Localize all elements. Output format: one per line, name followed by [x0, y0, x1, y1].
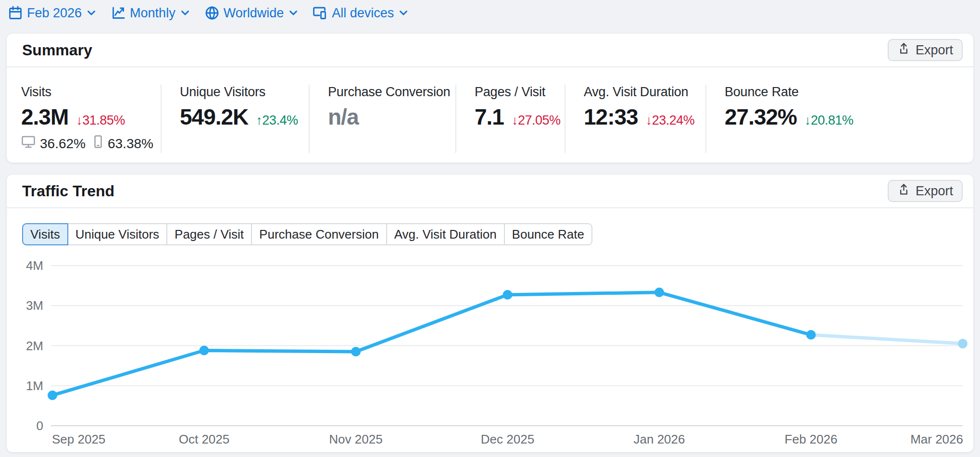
- tab-unique-visitors[interactable]: Unique Visitors: [68, 223, 167, 245]
- metric-delta: ↓20.81%: [804, 113, 854, 128]
- metric-tabs: VisitsUnique VisitorsPages / VisitPurcha…: [22, 223, 592, 245]
- metric-value: 2.3M: [21, 104, 68, 130]
- export-icon: [897, 183, 910, 199]
- x-tick-label: Nov 2025: [329, 432, 382, 446]
- tab-avg-visit-duration[interactable]: Avg. Visit Duration: [387, 223, 505, 245]
- tab-visits[interactable]: Visits: [22, 223, 68, 245]
- traffic-trend-card: Traffic Trend Export VisitsUnique Visito…: [7, 175, 973, 452]
- export-label: Export: [916, 184, 953, 199]
- data-point: [958, 339, 967, 348]
- x-tick-label: Jan 2026: [634, 432, 685, 446]
- data-point: [654, 288, 664, 297]
- y-tick-label: 0: [37, 419, 43, 433]
- chevron-down-icon: [180, 9, 190, 17]
- trend-export-button[interactable]: Export: [888, 180, 963, 202]
- metric-bounce-rate: Bounce Rate27.32%↓20.81%: [705, 85, 973, 153]
- chevron-down-icon: [87, 9, 96, 17]
- filter-bar: Feb 2026MonthlyWorldwideAll devices: [0, 0, 980, 26]
- tab-purchase-conversion[interactable]: Purchase Conversion: [252, 223, 387, 245]
- metric-value: 7.1: [475, 104, 504, 130]
- mobile-icon: [93, 135, 103, 152]
- device-split: 36.62%63.38%: [21, 135, 161, 152]
- filter-worldwide[interactable]: Worldwide: [204, 5, 299, 21]
- metric-delta: ↓27.05%: [512, 113, 561, 128]
- desktop-share: 36.62%: [40, 136, 86, 152]
- chevron-down-icon: [289, 9, 298, 17]
- metric-label: Avg. Visit Duration: [584, 85, 705, 100]
- metric-label: Unique Visitors: [180, 85, 309, 100]
- y-tick-label: 1M: [26, 379, 43, 393]
- filter-label: Worldwide: [224, 6, 284, 21]
- globe-icon: [204, 5, 220, 21]
- metric-value: 549.2K: [180, 104, 248, 130]
- metric-label: Purchase Conversion: [328, 85, 455, 100]
- series-line-estimated: [811, 335, 963, 343]
- export-label: Export: [916, 43, 953, 58]
- calendar-icon: [8, 5, 23, 21]
- y-tick-label: 3M: [26, 298, 43, 313]
- series-line: [52, 292, 811, 395]
- metric-label: Visits: [21, 85, 161, 100]
- summary-title: Summary: [22, 41, 92, 59]
- x-tick-label: Oct 2025: [179, 432, 230, 446]
- x-tick-label: Dec 2025: [481, 432, 534, 446]
- mobile-share: 63.38%: [108, 136, 153, 152]
- metric-label: Pages / Visit: [475, 85, 565, 100]
- x-tick-label: Sep 2025: [52, 432, 105, 446]
- filter-label: Monthly: [130, 6, 176, 21]
- line-chart-icon: [111, 5, 126, 21]
- tab-bounce-rate[interactable]: Bounce Rate: [505, 223, 592, 245]
- y-tick-label: 2M: [26, 339, 43, 353]
- export-icon: [897, 42, 910, 58]
- metric-purchase-conversion: Purchase Conversionn/a: [309, 85, 455, 153]
- y-tick-label: 4M: [26, 258, 43, 273]
- metric-delta: ↑23.4%: [256, 113, 298, 128]
- metric-unique-visitors: Unique Visitors549.2K↑23.4%: [161, 85, 309, 153]
- summary-card: Summary Export Visits2.3M↓31.85%36.62%63…: [7, 34, 973, 163]
- data-point: [351, 347, 361, 356]
- filter-all-devices[interactable]: All devices: [313, 5, 408, 21]
- data-point: [806, 330, 816, 340]
- devices-icon: [313, 5, 328, 21]
- metric-avg-visit-duration: Avg. Visit Duration12:33↓23.24%: [565, 85, 705, 153]
- data-point: [48, 391, 57, 400]
- summary-export-button[interactable]: Export: [888, 39, 963, 61]
- filter-label: All devices: [332, 6, 394, 21]
- metric-label: Bounce Rate: [725, 85, 973, 100]
- x-tick-label: Feb 2026: [785, 432, 838, 446]
- data-point: [200, 345, 209, 355]
- desktop-icon: [21, 135, 36, 152]
- filter-monthly[interactable]: Monthly: [111, 5, 190, 21]
- trend-chart: 01M2M3M4MSep 2025Oct 2025Nov 2025Dec 202…: [7, 252, 973, 452]
- metric-visits: Visits2.3M↓31.85%36.62%63.38%: [7, 85, 161, 153]
- metric-value: 27.32%: [725, 104, 797, 130]
- tab-pages-visit[interactable]: Pages / Visit: [167, 223, 252, 245]
- traffic-trend-title: Traffic Trend: [22, 182, 114, 200]
- metric-value: 12:33: [584, 104, 638, 130]
- metric-value: n/a: [328, 104, 358, 130]
- metric-pages-visit: Pages / Visit7.1↓27.05%: [455, 85, 565, 153]
- metric-delta: ↓31.85%: [76, 113, 125, 128]
- filter-label: Feb 2026: [27, 6, 82, 21]
- filter-feb-2026[interactable]: Feb 2026: [8, 5, 96, 21]
- x-tick-label: Mar 2026: [910, 432, 963, 446]
- metric-delta: ↓23.24%: [646, 113, 695, 128]
- chevron-down-icon: [399, 9, 408, 17]
- data-point: [503, 290, 513, 300]
